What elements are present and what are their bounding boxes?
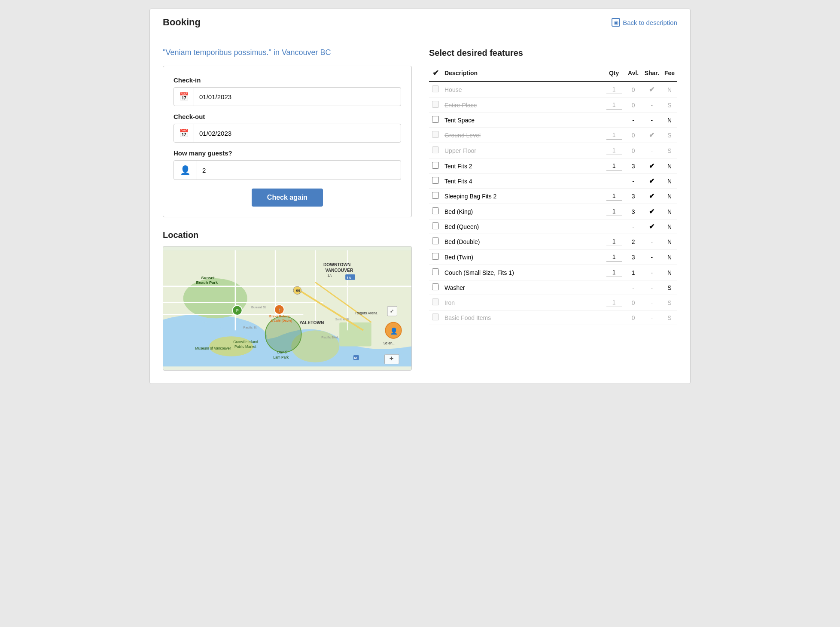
feature-qty[interactable] — [603, 158, 625, 174]
feature-shar: ✔ — [642, 189, 662, 204]
feature-avl: - — [625, 113, 642, 128]
feature-fee: S — [662, 310, 677, 325]
feature-qty[interactable] — [603, 265, 625, 280]
qty-input-house — [606, 85, 622, 94]
feature-checkbox-bed-twin[interactable] — [432, 253, 439, 260]
svg-text:VANCOUVER: VANCOUVER — [326, 268, 353, 273]
feature-fee: N — [662, 113, 677, 128]
feature-checkbox-couch-small[interactable] — [432, 268, 439, 275]
feature-shar: - — [642, 295, 662, 310]
feature-shar: - — [642, 234, 662, 250]
col-header-shar: Shar. — [642, 65, 662, 82]
guests-input-wrapper: 👤 — [173, 160, 401, 180]
check-again-button[interactable]: Check again — [252, 189, 323, 207]
svg-text:Beach Park: Beach Park — [196, 280, 218, 285]
checkout-input[interactable] — [194, 125, 401, 141]
right-panel: Select desired features ✔ Description Qt… — [429, 48, 677, 371]
guests-label: How many guests? — [173, 149, 401, 157]
feature-shar: ✔ — [642, 204, 662, 219]
person-icon: 👤 — [174, 161, 197, 180]
back-link-label: Back to description — [623, 19, 677, 26]
svg-text:P: P — [236, 308, 239, 313]
features-title: Select desired features — [429, 48, 677, 58]
table-row: Iron0-S — [429, 295, 677, 310]
feature-qty — [603, 174, 625, 189]
feature-checkbox-tent-fits-2[interactable] — [432, 162, 439, 169]
feature-checkbox-washer[interactable] — [432, 283, 439, 290]
qty-input-bed-twin[interactable] — [606, 253, 622, 262]
feature-description: Tent Space — [442, 113, 603, 128]
guests-input[interactable] — [197, 162, 401, 178]
feature-description: Bed (Twin) — [442, 250, 603, 265]
qty-input-sleeping-bag-fits-2[interactable] — [606, 192, 622, 201]
feature-qty — [603, 113, 625, 128]
feature-qty — [603, 310, 625, 325]
feature-description: Basic Food Items — [442, 310, 603, 325]
feature-description: Tent Fits 4 — [442, 174, 603, 189]
svg-text:David: David — [277, 350, 287, 354]
feature-description: Bed (King) — [442, 204, 603, 219]
svg-text:Breka Bakery: Breka Bakery — [269, 314, 290, 318]
qty-input-tent-fits-2[interactable] — [606, 161, 622, 170]
table-row: Bed (King)3✔N — [429, 204, 677, 219]
col-header-check: ✔ — [429, 65, 442, 82]
booking-box: Check-in 📅 Check-out 📅 How many guests? … — [163, 66, 412, 217]
table-row: Basic Food Items0-S — [429, 310, 677, 325]
qty-input-bed-king[interactable] — [606, 207, 622, 216]
feature-fee: N — [662, 82, 677, 97]
table-row: Bed (Twin)3-N — [429, 250, 677, 265]
property-title: "Veniam temporibus possimus." in Vancouv… — [163, 48, 412, 57]
feature-checkbox-tent-space[interactable] — [432, 116, 439, 123]
svg-text:Pacific Blvd: Pacific Blvd — [321, 335, 338, 339]
qty-input-couch-small[interactable] — [606, 268, 622, 277]
feature-qty[interactable] — [603, 143, 625, 158]
feature-avl: 0 — [625, 143, 642, 158]
feature-qty[interactable] — [603, 250, 625, 265]
feature-qty — [603, 280, 625, 295]
table-row: House0✔N — [429, 82, 677, 97]
feature-fee: N — [662, 250, 677, 265]
table-row: Upper Floor0-S — [429, 143, 677, 158]
checkout-field-wrapper: 📅 — [173, 124, 401, 143]
feature-qty[interactable] — [603, 97, 625, 113]
feature-description: Ground Level — [442, 128, 603, 143]
feature-checkbox-iron — [432, 298, 439, 305]
feature-qty[interactable] — [603, 128, 625, 143]
feature-description: Entire Place — [442, 97, 603, 113]
feature-shar: - — [642, 143, 662, 158]
table-row: Tent Fits 23✔N — [429, 158, 677, 174]
feature-qty[interactable] — [603, 189, 625, 204]
feature-checkbox-tent-fits-4[interactable] — [432, 177, 439, 184]
feature-qty[interactable] — [603, 204, 625, 219]
checkin-field-wrapper: 📅 — [173, 87, 401, 106]
back-icon: ◉ — [612, 18, 620, 27]
feature-checkbox-bed-double[interactable] — [432, 237, 439, 244]
checkin-input[interactable] — [194, 89, 401, 105]
left-panel: "Veniam temporibus possimus." in Vancouv… — [163, 48, 429, 371]
map-container: Sunset Beach Park DOWNTOWN VANCOUVER 1A … — [163, 246, 412, 371]
feature-qty[interactable] — [603, 234, 625, 250]
feature-description: Tent Fits 2 — [442, 158, 603, 174]
svg-text:Burrard St: Burrard St — [251, 305, 266, 309]
feature-avl: 0 — [625, 310, 642, 325]
feature-avl: - — [625, 219, 642, 234]
qty-input-bed-double[interactable] — [606, 237, 622, 246]
checkin-label: Check-in — [173, 76, 401, 84]
svg-text:M: M — [354, 356, 357, 360]
back-to-description-link[interactable]: ◉ Back to description — [612, 18, 677, 27]
col-header-avl: Avl. — [625, 65, 642, 82]
feature-shar: ✔ — [642, 158, 662, 174]
qty-input-upper-floor — [606, 146, 622, 155]
feature-checkbox-sleeping-bag-fits-2[interactable] — [432, 192, 439, 199]
svg-text:Granville Island: Granville Island — [233, 340, 258, 344]
calendar-icon-2: 📅 — [174, 124, 194, 142]
feature-qty[interactable] — [603, 82, 625, 97]
feature-checkbox-bed-king[interactable] — [432, 207, 439, 214]
feature-avl: 2 — [625, 234, 642, 250]
feature-shar: - — [642, 265, 662, 280]
feature-shar: ✔ — [642, 82, 662, 97]
svg-text:Sunset: Sunset — [201, 276, 215, 280]
feature-checkbox-bed-queen[interactable] — [432, 222, 439, 229]
feature-checkbox-ground-level — [432, 131, 439, 138]
feature-qty[interactable] — [603, 295, 625, 310]
